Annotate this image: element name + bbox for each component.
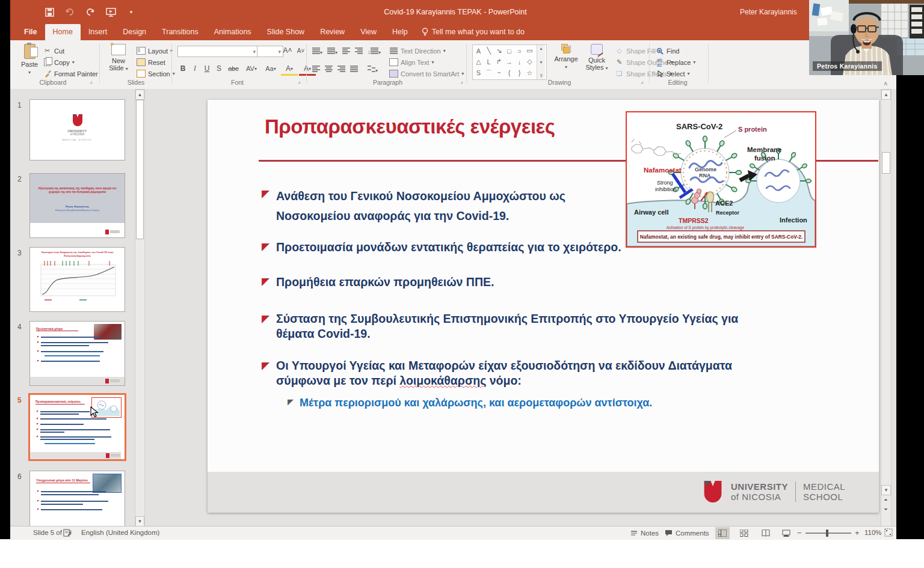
bullet-5[interactable]: ◤ Οι Υπουργοί Υγείας και Μεταφορών είχαν… bbox=[262, 358, 773, 388]
cut-button[interactable]: ✂Cut bbox=[43, 46, 64, 56]
slide-thumbnail-6[interactable]: Υποχρεωτικά μέτρα από 11 Μαρτίου bbox=[29, 471, 125, 526]
font-dialog-launcher[interactable]: ⌟ bbox=[298, 78, 301, 84]
scroll-thumb[interactable] bbox=[882, 152, 890, 174]
shape-arrow-icon[interactable]: ↘ bbox=[494, 46, 504, 56]
tell-me-box[interactable]: Tell me what you want to do bbox=[416, 24, 531, 40]
thumbnails-scroll-up-icon[interactable]: ▲ bbox=[135, 90, 144, 100]
character-spacing-button[interactable]: AV▾ bbox=[242, 63, 260, 74]
shape-left-brace-icon[interactable]: { bbox=[504, 68, 514, 78]
find-button[interactable]: Find bbox=[655, 46, 679, 56]
underline-button[interactable]: U bbox=[202, 63, 212, 74]
replace-button[interactable]: abacReplace▾ bbox=[655, 57, 695, 67]
section-button[interactable]: Section▾ bbox=[137, 69, 175, 79]
previous-slide-button[interactable]: ⏶ bbox=[882, 497, 890, 505]
quick-styles-button[interactable]: QuickStyles ▾ bbox=[583, 44, 611, 72]
shape-star-icon[interactable]: ☆ bbox=[525, 68, 535, 78]
numbering-button[interactable]: ▾ bbox=[327, 46, 337, 56]
line-spacing-button[interactable]: ↕▾ bbox=[368, 47, 381, 55]
align-left-button[interactable] bbox=[312, 64, 320, 75]
shape-triangle-icon[interactable]: △ bbox=[473, 56, 484, 67]
text-shadow-button[interactable]: S bbox=[214, 63, 224, 74]
shape-oval-icon[interactable]: ○ bbox=[514, 46, 525, 56]
notes-toggle[interactable]: Notes bbox=[630, 527, 659, 540]
decrease-font-icon[interactable]: A˅ bbox=[295, 45, 306, 56]
select-button[interactable]: Select▾ bbox=[655, 69, 690, 79]
bullet-3[interactable]: ◤ Προμήθεια επαρκών προμηθειών ΠΠΕ. bbox=[262, 274, 683, 290]
slide-canvas[interactable]: Προπαρασκευαστικές ενέργειες ◤ Ανάθεση τ… bbox=[208, 100, 879, 513]
align-right-button[interactable] bbox=[337, 64, 345, 75]
zoom-slider-thumb[interactable] bbox=[826, 530, 828, 537]
new-slide-button[interactable]: NewSlide ▾ bbox=[104, 44, 133, 73]
slide-thumbnail-2[interactable]: Αξιολόγηση της κατάστασης της πανδημίας … bbox=[29, 173, 125, 238]
clipboard-dialog-launcher[interactable]: ⌟ bbox=[90, 78, 93, 84]
bold-button[interactable]: B bbox=[177, 63, 188, 74]
bullet-1[interactable]: ◤ Ανάθεση του Γενικού Νοσοκομείου Αμμοχώ… bbox=[262, 186, 635, 226]
paste-button[interactable]: Paste▾ bbox=[16, 44, 43, 76]
tab-review[interactable]: Review bbox=[312, 24, 353, 40]
scroll-up-icon[interactable]: ▲ bbox=[881, 90, 891, 100]
tab-view[interactable]: View bbox=[353, 24, 384, 40]
comments-toggle[interactable]: Comments bbox=[665, 527, 709, 540]
normal-view-button[interactable] bbox=[715, 527, 730, 539]
tab-transitions[interactable]: Transitions bbox=[154, 24, 206, 40]
shape-rounded-rect-icon[interactable]: ▭ bbox=[525, 46, 535, 56]
shape-right-brace-icon[interactable]: } bbox=[514, 68, 525, 78]
layout-button[interactable]: Layout▾ bbox=[137, 46, 173, 56]
zoom-out-button[interactable]: − bbox=[797, 528, 802, 537]
tab-file[interactable]: File bbox=[16, 24, 45, 40]
account-name[interactable]: Peter Karayiannis bbox=[740, 0, 797, 24]
shape-arc-icon[interactable]: ⌒ bbox=[484, 68, 494, 78]
shape-fill-button[interactable]: ◇Shape Fill▾ bbox=[615, 46, 661, 56]
slide-thumbnail-4[interactable]: Προληπτικά μέτρα bbox=[29, 321, 125, 386]
decrease-indent-button[interactable] bbox=[342, 46, 350, 56]
spellcheck-icon[interactable] bbox=[63, 528, 72, 538]
highlight-color-button[interactable]: A▾ bbox=[281, 63, 298, 76]
fit-slide-button[interactable] bbox=[884, 528, 893, 538]
zoom-in-button[interactable]: + bbox=[855, 528, 860, 537]
language-indicator[interactable]: English (United Kingdom) bbox=[81, 529, 159, 536]
copy-button[interactable]: Copy▾ bbox=[43, 57, 75, 67]
align-text-button[interactable]: Align Text▾ bbox=[389, 57, 434, 67]
shape-line-icon[interactable]: ╲ bbox=[484, 46, 494, 56]
redo-icon[interactable] bbox=[82, 4, 98, 20]
increase-indent-button[interactable] bbox=[355, 46, 363, 56]
scroll-down-icon[interactable]: ▼ bbox=[881, 485, 891, 495]
columns-button[interactable]: ▾ bbox=[368, 64, 378, 75]
strikethrough-button[interactable]: abc bbox=[226, 63, 241, 74]
reading-view-button[interactable] bbox=[759, 527, 773, 539]
collapse-ribbon-icon[interactable]: ˄ bbox=[884, 80, 887, 87]
slide-thumbnail-1[interactable]: UNIVERSITY of NICOSIA MEDICAL SCHOOL bbox=[29, 99, 125, 160]
sub-bullet[interactable]: ◤ Μέτρα περιορισμού και χαλάρωσης, και α… bbox=[288, 395, 769, 410]
tab-slide-show[interactable]: Slide Show bbox=[259, 24, 313, 40]
shape-elbow-arrow-icon[interactable]: ↱ bbox=[494, 56, 504, 67]
tab-insert[interactable]: Insert bbox=[81, 24, 115, 40]
shape-down-arrow-icon[interactable]: ↓ bbox=[514, 56, 525, 67]
undo-icon[interactable] bbox=[62, 4, 78, 20]
zoom-slider-track[interactable] bbox=[805, 533, 851, 534]
font-name-combo[interactable]: ▾ bbox=[177, 46, 258, 57]
next-slide-button[interactable]: ⏷ bbox=[882, 507, 890, 515]
shape-scribble-icon[interactable]: S bbox=[473, 68, 484, 78]
tab-animations[interactable]: Animations bbox=[206, 24, 259, 40]
sars-cov-2-diagram[interactable]: SARS-CoV-2 S protein Genome RNA Membrane… bbox=[626, 111, 816, 248]
tab-design[interactable]: Design bbox=[115, 24, 154, 40]
convert-smartart-button[interactable]: Convert to SmartArt▾ bbox=[389, 69, 464, 79]
reset-button[interactable]: Reset bbox=[137, 57, 165, 67]
font-size-combo[interactable]: ▾ bbox=[257, 46, 283, 57]
bullets-button[interactable]: ▾ bbox=[312, 46, 322, 56]
shape-pentagon-icon[interactable]: ◇ bbox=[525, 56, 535, 67]
drawing-dialog-launcher[interactable]: ⌟ bbox=[641, 78, 644, 84]
start-presentation-icon[interactable] bbox=[103, 4, 119, 20]
slideshow-view-button[interactable] bbox=[779, 527, 793, 539]
qat-customize-icon[interactable]: ▾ bbox=[123, 4, 139, 20]
bullet-4[interactable]: ◤ Σύσταση της Συμβουλευτικής Επιστημονικ… bbox=[262, 311, 761, 341]
align-center-button[interactable] bbox=[325, 64, 333, 75]
tab-home[interactable]: Home bbox=[45, 24, 81, 40]
tab-help[interactable]: Help bbox=[384, 24, 416, 40]
zoom-level[interactable]: 110% bbox=[864, 529, 882, 536]
change-case-button[interactable]: Aa▾ bbox=[262, 63, 280, 74]
paragraph-dialog-launcher[interactable]: ⌟ bbox=[460, 78, 463, 84]
shape-rectangle-icon[interactable]: □ bbox=[504, 46, 514, 56]
italic-button[interactable]: I bbox=[189, 63, 200, 74]
slide-sorter-view-button[interactable] bbox=[737, 527, 751, 539]
